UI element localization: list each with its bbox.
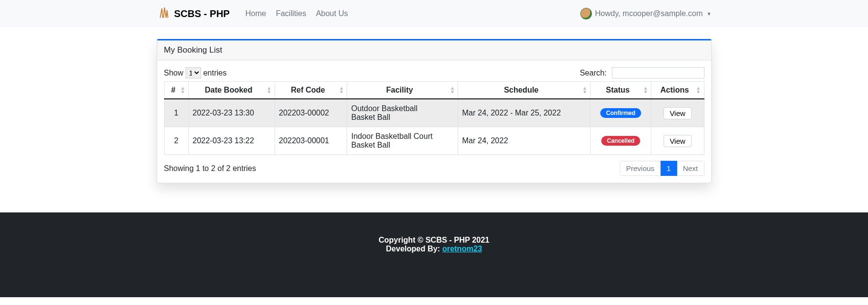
avatar-icon [580,8,592,19]
cell-actions: View [651,127,704,155]
length-suffix: entries [203,69,226,77]
brand-text: SCBS - PHP [174,8,230,19]
status-badge: Cancelled [601,136,641,146]
cell-actions: View [651,99,704,127]
card-title: My Booking List [157,40,711,60]
brand-logo-icon [157,6,170,22]
view-button[interactable]: View [664,107,692,119]
col-header-status[interactable]: Status ▲▼ [591,82,651,99]
booking-list-card: My Booking List Show 10 entries Search: [157,39,712,183]
table-length-control: Show 10 entries [164,67,227,78]
sort-icon: ▲▼ [339,86,344,94]
nav-links: Home Facilities About Us [245,9,348,18]
cell-date-booked: 2022-03-23 13:30 [188,99,275,127]
brand-link[interactable]: SCBS - PHP [157,6,230,22]
nav-link-home[interactable]: Home [245,9,266,18]
cell-facility: Indoor Basketball CourtBasket Ball [347,127,458,155]
page-number-button[interactable]: 1 [661,161,677,176]
page-next-button[interactable]: Next [677,161,704,176]
cell-index: 1 [164,99,188,127]
page-prev-button[interactable]: Previous [620,161,661,176]
length-prefix: Show [164,69,184,77]
nav-link-facilities[interactable]: Facilities [276,9,306,18]
nav-link-about[interactable]: About Us [316,9,348,18]
user-greeting: Howdy, mcooper@sample.com [595,9,702,18]
sort-icon: ▲▼ [450,86,455,94]
col-header-ref-code[interactable]: Ref Code ▲▼ [275,82,347,99]
user-menu-dropdown[interactable]: Howdy, mcooper@sample.com ▼ [580,8,711,19]
col-header-date-booked[interactable]: Date Booked ▲▼ [188,82,275,99]
cell-index: 2 [164,127,188,155]
top-navbar: SCBS - PHP Home Facilities About Us Howd… [0,0,868,27]
sort-icon: ▲▼ [181,86,185,94]
table-info: Showing 1 to 2 of 2 entries [164,164,256,173]
table-search-control: Search: [580,67,704,78]
cell-status: Cancelled [591,127,651,155]
cell-facility: Outdoor BasketballBasket Ball [347,99,458,127]
cell-status: Confirmed [591,99,651,127]
footer-dev-prefix: Developed By: [386,245,443,253]
sort-icon: ▲▼ [267,86,272,94]
col-header-index[interactable]: # ▲▼ [164,82,188,99]
sort-icon: ▲▼ [582,86,587,94]
cell-schedule: Mar 24, 2022 [458,127,591,155]
length-select[interactable]: 10 [185,67,201,78]
search-input[interactable] [612,67,704,78]
table-row: 12022-03-23 13:30202203-00002Outdoor Bas… [164,99,704,127]
cell-ref-code: 202203-00002 [275,99,347,127]
pagination: Previous 1 Next [620,161,704,176]
booking-table: # ▲▼ Date Booked ▲▼ Ref Code ▲▼ Facili [164,81,704,155]
site-footer: Copyright © SCBS - PHP 2021 Developed By… [0,212,868,297]
table-row: 22022-03-23 13:22202203-00001Indoor Bask… [164,127,704,155]
col-header-schedule[interactable]: Schedule ▲▼ [458,82,591,99]
status-badge: Confirmed [600,108,641,118]
sort-icon: ▲▼ [643,86,648,94]
view-button[interactable]: View [664,135,692,147]
footer-dev-link[interactable]: oretnom23 [442,245,482,253]
cell-ref-code: 202203-00001 [275,127,347,155]
col-header-actions[interactable]: Actions ▲▼ [651,82,704,99]
cell-date-booked: 2022-03-23 13:22 [188,127,275,155]
search-label: Search: [580,69,607,77]
cell-schedule: Mar 24, 2022 - Mar 25, 2022 [458,99,591,127]
footer-copyright: Copyright © SCBS - PHP 2021 [0,236,868,245]
sort-icon: ▲▼ [696,86,701,94]
col-header-facility[interactable]: Facility ▲▼ [347,82,458,99]
caret-down-icon: ▼ [707,11,712,17]
